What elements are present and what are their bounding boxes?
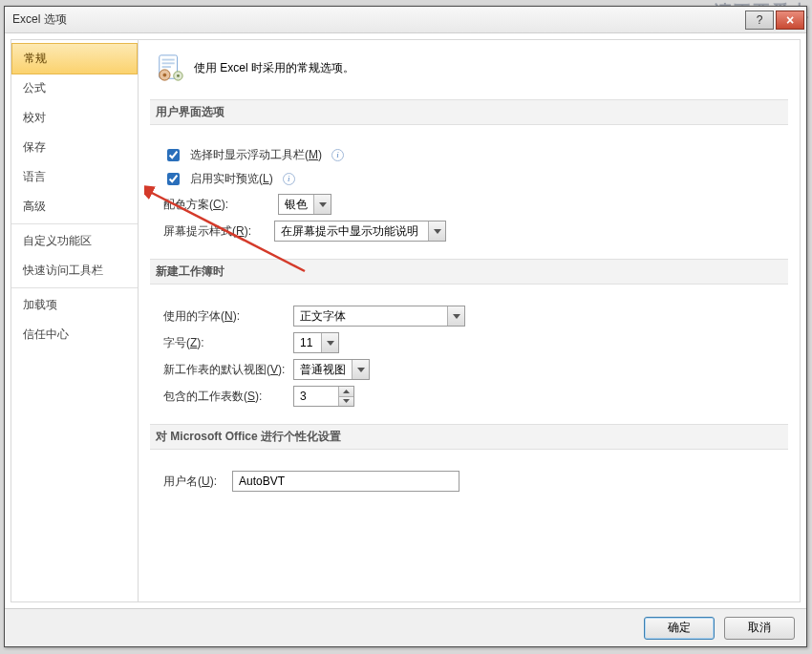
close-button[interactable]: × xyxy=(776,11,804,30)
sidebar-item-formulas[interactable]: 公式 xyxy=(11,74,138,103)
sidebar-item-trust-center[interactable]: 信任中心 xyxy=(11,320,138,349)
cancel-button[interactable]: 取消 xyxy=(724,617,795,640)
label-font-size: 字号(Z): xyxy=(163,335,286,351)
sidebar-item-language[interactable]: 语言 xyxy=(11,162,138,192)
select-font-size[interactable]: 11 xyxy=(293,332,339,353)
dropdown-button-icon[interactable] xyxy=(313,195,331,214)
sidebar-item-save[interactable]: 保存 xyxy=(11,133,138,162)
intro-text: 使用 Excel 时采用的常规选项。 xyxy=(194,60,354,76)
svg-rect-2 xyxy=(162,59,175,61)
spinner-sheet-count[interactable]: 3 xyxy=(293,386,354,407)
label-font: 使用的字体(N): xyxy=(163,308,286,325)
label-live-preview: 启用实时预览(L) xyxy=(190,171,273,187)
sidebar-separator xyxy=(11,287,138,288)
svg-point-8 xyxy=(177,74,180,77)
spinner-sheet-count-value: 3 xyxy=(294,387,338,406)
select-color-scheme-value: 银色 xyxy=(279,195,313,214)
label-username: 用户名(U): xyxy=(163,474,224,490)
svg-rect-4 xyxy=(162,66,171,68)
select-font[interactable]: 正文字体 xyxy=(293,306,465,327)
new-workbook-group: 使用的字体(N): 正文字体 字号(Z): 11 xyxy=(156,292,782,416)
checkbox-live-preview[interactable] xyxy=(167,173,180,185)
select-default-view-value: 普通视图 xyxy=(294,360,352,379)
options-icon xyxy=(156,53,184,82)
sidebar-item-advanced[interactable]: 高级 xyxy=(11,192,138,222)
sidebar-item-quick-access[interactable]: 快速访问工具栏 xyxy=(11,256,138,285)
sidebar-item-proofing[interactable]: 校对 xyxy=(11,103,138,133)
sidebar: 常规 公式 校对 保存 语言 高级 自定义功能区 快速访问工具栏 加载项 信任中… xyxy=(11,39,139,602)
section-title-personalize: 对 Microsoft Office 进行个性化设置 xyxy=(150,424,788,450)
spinner-down-icon[interactable] xyxy=(339,397,353,407)
section-title-ui: 用户界面选项 xyxy=(150,99,788,125)
label-default-view: 新工作表的默认视图(V): xyxy=(163,362,286,378)
input-username[interactable] xyxy=(232,471,459,492)
personalize-group: 用户名(U): xyxy=(156,457,782,501)
sidebar-item-addins[interactable]: 加载项 xyxy=(11,290,138,320)
label-sheet-count: 包含的工作表数(S): xyxy=(163,389,286,405)
window-title: Excel 选项 xyxy=(12,11,743,28)
help-button[interactable]: ? xyxy=(745,11,774,30)
titlebar: Excel 选项 ? × xyxy=(5,7,806,33)
intro-row: 使用 Excel 时采用的常规选项。 xyxy=(156,53,782,82)
dropdown-button-icon[interactable] xyxy=(428,222,445,241)
sidebar-separator xyxy=(11,223,138,224)
info-icon[interactable]: i xyxy=(283,173,295,185)
main-panel: 使用 Excel 时采用的常规选项。 用户界面选项 选择时显示浮动工具栏(M) … xyxy=(139,39,801,602)
label-color-scheme: 配色方案(C): xyxy=(163,197,228,213)
select-screentip-value: 在屏幕提示中显示功能说明 xyxy=(275,222,428,241)
sidebar-item-general[interactable]: 常规 xyxy=(11,43,138,74)
select-font-value: 正文字体 xyxy=(294,306,447,326)
dialog-footer: 确定 取消 xyxy=(5,608,806,646)
checkbox-mini-toolbar[interactable] xyxy=(167,149,180,161)
ui-options-group: 选择时显示浮动工具栏(M) i 启用实时预览(L) i 配色方案(C): 银色 xyxy=(156,133,782,251)
ok-button[interactable]: 确定 xyxy=(644,617,715,640)
select-default-view[interactable]: 普通视图 xyxy=(293,359,370,380)
dialog-window: Excel 选项 ? × 常规 公式 校对 保存 语言 高级 自定义功能区 快速… xyxy=(4,6,807,647)
dropdown-button-icon[interactable] xyxy=(352,360,369,379)
info-icon[interactable]: i xyxy=(331,149,344,161)
dropdown-button-icon[interactable] xyxy=(321,333,338,352)
content-area: 常规 公式 校对 保存 语言 高级 自定义功能区 快速访问工具栏 加载项 信任中… xyxy=(5,33,806,608)
section-title-new-workbook: 新建工作簿时 xyxy=(150,259,788,285)
label-screentip-style: 屏幕提示样式(R): xyxy=(163,223,251,240)
svg-rect-3 xyxy=(162,62,175,64)
svg-point-6 xyxy=(163,74,167,77)
dialog-body: 常规 公式 校对 保存 语言 高级 自定义功能区 快速访问工具栏 加载项 信任中… xyxy=(5,33,806,646)
spinner-up-icon[interactable] xyxy=(339,387,353,397)
select-screentip-style[interactable]: 在屏幕提示中显示功能说明 xyxy=(274,221,446,242)
label-mini-toolbar: 选择时显示浮动工具栏(M) xyxy=(190,147,322,163)
sidebar-item-customize-ribbon[interactable]: 自定义功能区 xyxy=(11,226,138,256)
select-font-size-value: 11 xyxy=(294,333,321,352)
dropdown-button-icon[interactable] xyxy=(447,306,464,326)
select-color-scheme[interactable]: 银色 xyxy=(278,194,331,215)
